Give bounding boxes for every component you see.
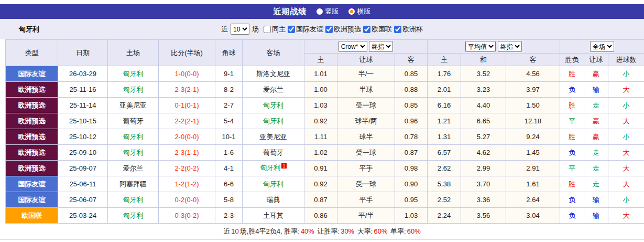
table-row: 国际友谊 25-06-07 匈牙利 0-2(0-0) 5-8 瑞典 0.87 平… [6,192,644,208]
title-bar: 近期战绩 竖版 横版 [0,4,644,19]
checkbox-input[interactable] [363,26,370,33]
col-header-away: 客场 [243,40,304,66]
radio-icon[interactable] [316,8,323,15]
corner-cell: 8-2 [215,82,243,98]
result-handicap: 输 [584,192,608,208]
euro-home-odds: 2.01 [428,82,461,98]
result-wdl: 负 [560,208,584,224]
filter-checkbox-欧洲预选[interactable]: 欧洲预选 [325,25,361,34]
view-option-vertical[interactable]: 竖版 [316,7,339,16]
asian-handicap: 球半/两 [337,113,395,129]
average-select[interactable]: 平均值 [465,41,496,52]
match-count-select[interactable]: 10 [231,24,249,35]
euro-final-select[interactable]: 终指 [498,41,522,52]
competition-cell: 欧洲预选 [6,145,58,161]
asian-away-odds: 0.96 [395,113,428,129]
checkbox-input[interactable] [394,26,401,33]
table-row: 欧洲预选 25-11-16 匈牙利 2-3(2-1) 8-2 爱尔兰 1.00 … [6,82,644,98]
asian-final-select[interactable]: 终指 [369,41,393,52]
euro-away-odds: 3.97 [506,82,560,98]
euro-draw-odds: 3.70 [461,176,506,192]
result-handicap: 走 [584,176,608,192]
result-goals: 小 [608,66,644,82]
home-team: 匈牙利 [108,129,159,145]
filter-checkbox-欧国联[interactable]: 欧国联 [363,25,392,34]
sub-header-euro-draw: 和 [461,54,506,66]
result-handicap: 赢 [584,113,608,129]
euro-draw-odds: 2.99 [461,161,506,176]
euro-home-odds: 5.38 [428,176,461,192]
asian-home-odds: 0.92 [304,113,337,129]
view-option-label: 横版 [357,7,371,16]
radio-selected-icon[interactable] [348,8,355,15]
filter-checkbox-国际友谊[interactable]: 国际友谊 [288,25,323,34]
euro-draw-odds: 3.36 [461,192,506,208]
competition-cell: 欧洲预选 [6,129,58,145]
summary-segment: 场,胜4平2负4, 胜率: [240,227,300,235]
away-team: 斯洛文尼亚 [243,66,304,82]
asian-handicap: 平/半 [337,208,395,224]
euro-away-odds: 4.56 [506,66,560,82]
table-row: 欧洲预选 25-10-15 葡萄牙 2-2(2-1) 5-4 匈牙利 0.92 … [6,113,644,129]
score-cell: 0-1(0-1) [159,98,215,113]
home-team: 匈牙利 [108,82,159,98]
summary-segment: 40% [301,227,314,235]
score-cell: 0-3(0-2) [159,208,215,224]
corner-cell: 1-6 [215,145,243,161]
col-header-type: 类型 [6,40,58,66]
result-handicap: 输 [584,208,608,224]
competition-cell: 欧国联 [6,208,58,224]
away-team: 亚美尼亚 [243,129,304,145]
filter-checkbox-欧洲杯[interactable]: 欧洲杯 [394,25,423,34]
euro-draw-odds: 6.65 [461,113,506,129]
result-goals: 小 [608,129,644,145]
table-row: 欧洲预选 25-09-10 匈牙利 2-3(1-1) 1-6 葡萄牙 1.02 … [6,145,644,161]
asian-away-odds: 1.03 [395,208,428,224]
away-team: 爱尔兰 [243,82,304,98]
result-goals: 大 [608,82,644,98]
result-goals: 小 [608,192,644,208]
full-match-select[interactable]: 全场 [590,41,614,52]
corner-cell: 6-6 [215,176,243,192]
sub-header-asian-away: 客 [395,54,428,66]
euro-home-odds: 1.31 [428,129,461,145]
euro-home-odds: 1.21 [428,113,461,129]
checkbox-input[interactable] [325,26,333,33]
away-team: 瑞典 [243,192,304,208]
date-cell: 25-06-07 [58,192,108,208]
euro-home-odds: 1.76 [428,66,461,82]
filter-checkbox-group: 同主国际友谊欧洲预选欧国联欧洲杯 [261,25,423,34]
summary-segment: 近 [223,227,230,235]
result-goals: 小 [608,98,644,113]
asian-away-odds: 0.88 [395,82,428,98]
view-option-label: 竖版 [325,7,339,16]
result-goals: 大 [608,145,644,161]
euro-draw-odds: 4.40 [461,98,506,113]
filter-checkbox-同主[interactable]: 同主 [264,25,286,34]
result-wdl: 胜 [560,66,584,82]
checkbox-input[interactable] [288,26,295,33]
filter-bar: 匈牙利 近 10 场 同主国际友谊欧洲预选欧国联欧洲杯 [0,19,644,39]
competition-cell: 国际友谊 [6,66,58,82]
card-note-badge: 1 [281,163,286,169]
competition-cell: 国际友谊 [6,176,58,192]
summary-segment: 60% [374,227,387,235]
table-row: 国际友谊 25-06-11 阿塞拜疆 1-2(1-2) 6-6 匈牙利 0.92… [6,176,644,192]
euro-away-odds: 12.18 [506,113,560,129]
page-title: 近期战绩 [274,7,307,17]
corner-cell: 5-8 [215,192,243,208]
checkbox-input[interactable] [264,26,271,33]
corner-cell: 2-7 [215,98,243,113]
euro-draw-odds: 3.52 [461,66,506,82]
date-cell: 25-06-11 [58,176,108,192]
asian-away-odds: 0.85 [395,98,428,113]
bookmaker-select[interactable]: Crow* [339,41,367,52]
result-wdl: 胜 [560,98,584,113]
competition-cell: 欧洲预选 [6,161,58,176]
sub-header-goals: 进球数 [608,54,644,66]
view-option-horizontal[interactable]: 横版 [348,7,371,16]
away-team: 匈牙利 [243,98,304,113]
results-body: 国际友谊 26-03-29 匈牙利 1-0(0-0) 9-1 斯洛文尼亚 1.0… [6,66,644,224]
away-team: 匈牙利1 [243,161,304,176]
asian-home-odds: 0.92 [304,176,337,192]
